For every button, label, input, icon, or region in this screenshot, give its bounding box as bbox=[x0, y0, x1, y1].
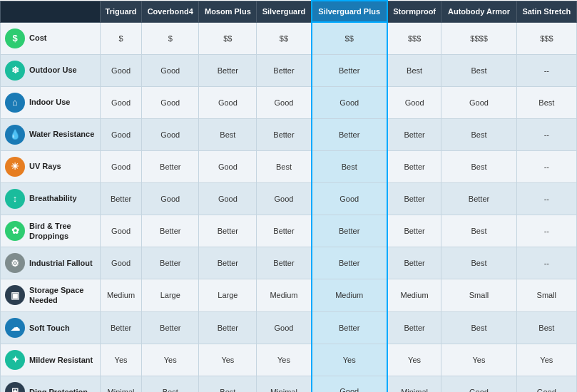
cell-r7-c1: Better bbox=[142, 247, 199, 279]
feature-icon-8: ▣ bbox=[5, 285, 25, 305]
feature-icon-4: ☀ bbox=[5, 157, 25, 177]
cell-r1-c2: Better bbox=[199, 54, 257, 86]
feature-cell-2: ⌂Indoor Use bbox=[1, 86, 101, 118]
feature-icon-7: ⚙ bbox=[5, 253, 25, 273]
cell-r0-c4: $$ bbox=[312, 22, 387, 54]
table-row: ↕BreathabilityBetterGoodGoodGoodGoodBett… bbox=[1, 182, 577, 215]
header-col-satin_stretch: Satin Stretch bbox=[516, 1, 576, 22]
cell-r8-c4: Medium bbox=[312, 279, 387, 312]
cell-r7-c0: Good bbox=[101, 247, 142, 279]
comparison-table: TriguardCoverbond4Mosom PlusSilverguardS… bbox=[0, 0, 577, 392]
feature-label-10: Mildew Resistant bbox=[29, 355, 93, 365]
feature-cell-7: ⚙Industrial Fallout bbox=[1, 247, 101, 279]
cell-r0-c5: $$$ bbox=[387, 22, 441, 54]
cell-r4-c7: -- bbox=[516, 150, 576, 182]
cell-r11-c7: Good bbox=[516, 376, 576, 392]
cell-r6-c3: Better bbox=[257, 215, 312, 247]
cell-r7-c5: Better bbox=[387, 247, 441, 279]
cell-r5-c0: Better bbox=[101, 182, 142, 215]
feature-icon-11: ⛨ bbox=[5, 382, 25, 392]
feature-cell-9: ☁Soft Touch bbox=[1, 311, 101, 344]
feature-cell-11: ⛨Ding Protection bbox=[1, 376, 101, 392]
cell-r1-c4: Better bbox=[312, 54, 387, 86]
header-col-silverguard: Silverguard bbox=[257, 1, 312, 22]
cell-r5-c2: Good bbox=[199, 182, 257, 215]
cell-r2-c4: Good bbox=[312, 86, 387, 118]
comparison-table-wrapper: TriguardCoverbond4Mosom PlusSilverguardS… bbox=[0, 0, 577, 392]
feature-label-5: Breathability bbox=[29, 193, 77, 203]
cell-r10-c7: Yes bbox=[516, 344, 576, 376]
cell-r6-c5: Better bbox=[387, 215, 441, 247]
cell-r11-c1: Best bbox=[142, 376, 199, 392]
cell-r8-c5: Medium bbox=[387, 279, 441, 312]
cell-r2-c1: Good bbox=[142, 86, 199, 118]
cell-r3-c3: Better bbox=[257, 118, 312, 150]
cell-r3-c4: Better bbox=[312, 118, 387, 150]
cell-r2-c6: Good bbox=[441, 86, 516, 118]
cell-r2-c5: Good bbox=[387, 86, 441, 118]
feature-cell-0: $Cost bbox=[1, 22, 101, 54]
cell-r1-c7: -- bbox=[516, 54, 576, 86]
cell-r9-c1: Better bbox=[142, 311, 199, 344]
cell-r0-c0: $ bbox=[101, 22, 142, 54]
feature-icon-0: $ bbox=[5, 29, 25, 48]
cell-r4-c6: Best bbox=[441, 150, 516, 182]
cell-r11-c0: Minimal bbox=[101, 376, 142, 392]
cell-r4-c3: Best bbox=[257, 150, 312, 182]
header-feature-col bbox=[1, 1, 101, 22]
cell-r4-c1: Better bbox=[142, 150, 199, 182]
cell-r2-c2: Good bbox=[199, 86, 257, 118]
cell-r10-c1: Yes bbox=[142, 344, 199, 376]
cell-r11-c2: Best bbox=[199, 376, 257, 392]
feature-icon-9: ☁ bbox=[5, 318, 25, 338]
cell-r8-c1: Large bbox=[142, 279, 199, 312]
cell-r4-c5: Better bbox=[387, 150, 441, 182]
cell-r3-c7: -- bbox=[516, 118, 576, 150]
cell-r8-c7: Small bbox=[516, 279, 576, 312]
header-col-coverbond4: Coverbond4 bbox=[142, 1, 199, 22]
header-col-stormproof: Stormproof bbox=[387, 1, 441, 22]
cell-r9-c0: Better bbox=[101, 311, 142, 344]
cell-r11-c3: Minimal bbox=[257, 376, 312, 392]
cell-r11-c6: Good bbox=[441, 376, 516, 392]
feature-icon-1: ❄ bbox=[5, 61, 25, 81]
cell-r7-c7: -- bbox=[516, 247, 576, 279]
cell-r4-c4: Best bbox=[312, 150, 387, 182]
feature-cell-4: ☀UV Rays bbox=[1, 150, 101, 182]
table-row: ⌂Indoor UseGoodGoodGoodGoodGoodGoodGoodB… bbox=[1, 86, 577, 118]
cell-r10-c3: Yes bbox=[257, 344, 312, 376]
table-row: ✦Mildew ResistantYesYesYesYesYesYesYesYe… bbox=[1, 344, 577, 376]
cell-r1-c5: Best bbox=[387, 54, 441, 86]
cell-r6-c6: Best bbox=[441, 215, 516, 247]
cell-r9-c7: Best bbox=[516, 311, 576, 344]
cell-r0-c2: $$ bbox=[199, 22, 257, 54]
feature-label-6: Bird & Tree Droppings bbox=[29, 221, 97, 242]
table-row: ☁Soft TouchBetterBetterBetterGoodBetterB… bbox=[1, 311, 577, 344]
feature-cell-6: ✿Bird & Tree Droppings bbox=[1, 215, 101, 247]
table-row: ⛨Ding ProtectionMinimalBestBestMinimalGo… bbox=[1, 376, 577, 392]
feature-label-9: Soft Touch bbox=[29, 323, 70, 333]
cell-r7-c4: Better bbox=[312, 247, 387, 279]
cell-r9-c5: Better bbox=[387, 311, 441, 344]
cell-r3-c1: Good bbox=[142, 118, 199, 150]
feature-label-4: UV Rays bbox=[29, 161, 61, 171]
feature-icon-3: 💧 bbox=[5, 125, 25, 145]
cell-r5-c7: -- bbox=[516, 182, 576, 215]
cell-r11-c5: Minimal bbox=[387, 376, 441, 392]
cell-r4-c2: Good bbox=[199, 150, 257, 182]
cell-r3-c5: Better bbox=[387, 118, 441, 150]
cell-r6-c7: -- bbox=[516, 215, 576, 247]
cell-r10-c6: Yes bbox=[441, 344, 516, 376]
table-row: ❄Outdoor UseGoodGoodBetterBetterBetterBe… bbox=[1, 54, 577, 86]
cell-r5-c1: Good bbox=[142, 182, 199, 215]
cell-r10-c2: Yes bbox=[199, 344, 257, 376]
cell-r5-c6: Better bbox=[441, 182, 516, 215]
cell-r3-c2: Best bbox=[199, 118, 257, 150]
cell-r10-c4: Yes bbox=[312, 344, 387, 376]
cell-r9-c3: Good bbox=[257, 311, 312, 344]
table-row: 💧Water ResistanceGoodGoodBestBetterBette… bbox=[1, 118, 577, 150]
cell-r8-c0: Medium bbox=[101, 279, 142, 312]
header-col-autobody_armor: Autobody Armor bbox=[441, 1, 516, 22]
feature-cell-5: ↕Breathability bbox=[1, 182, 101, 215]
table-row: ✿Bird & Tree DroppingsGoodBetterBetterBe… bbox=[1, 215, 577, 247]
